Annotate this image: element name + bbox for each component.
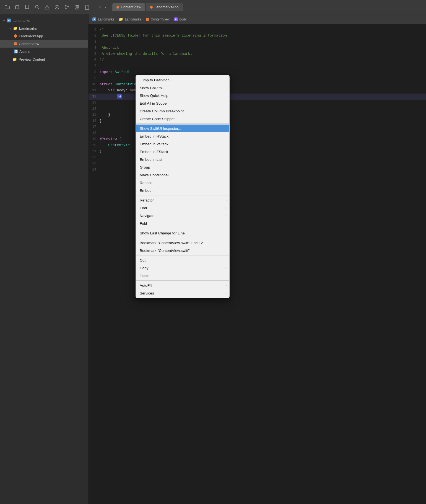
sidebar-item-assets[interactable]: Assets <box>0 48 88 55</box>
folder-icon[interactable] <box>3 3 11 11</box>
svg-rect-9 <box>77 7 79 9</box>
menu-item-paste[interactable]: Paste <box>136 272 229 280</box>
submenu-arrow-refactor: › <box>225 198 227 202</box>
menu-item-embed-vstack-label: Embed in VStack <box>140 142 168 146</box>
code-content-8: import SwiftUI <box>100 69 130 75</box>
menu-item-embed-vstack[interactable]: Embed in VStack <box>136 140 229 148</box>
tab-bar: ContentView LandmarksApp <box>112 3 423 11</box>
shapes-icon[interactable] <box>73 3 81 11</box>
warning-icon[interactable]: ! <box>43 3 51 11</box>
code-line-5: 5 A view showing the details for a landm… <box>89 51 426 57</box>
menu-item-bookmark-file[interactable]: Bookmark "ContentView.swift" <box>136 247 229 254</box>
badge-icon[interactable] <box>53 3 61 11</box>
menu-item-autofill[interactable]: AutoFill › <box>136 281 229 289</box>
landmarks-project-icon: A <box>92 17 96 21</box>
menu-item-embed[interactable]: Embed... <box>136 187 229 194</box>
menu-separator-2 <box>136 195 229 195</box>
sidebar-landmarksapp-label: LandmarksApp <box>19 34 43 38</box>
line-num-5: 5 <box>89 51 100 57</box>
menu-item-jump-to-definition[interactable]: Jump to Definition <box>136 76 229 84</box>
menu-item-services[interactable]: Services › <box>136 289 229 297</box>
code-line-8: 8 import SwiftUI <box>89 69 426 75</box>
git-icon[interactable] <box>63 3 71 11</box>
bookmark-icon[interactable] <box>23 3 31 11</box>
menu-item-show-callers[interactable]: Show Callers... <box>136 84 229 92</box>
menu-item-show-callers-label: Show Callers... <box>140 86 165 90</box>
line-num-14: 14 <box>89 106 100 112</box>
folder-icon-sidebar: 📁 <box>13 26 17 30</box>
sidebar-item-landmarks-project[interactable]: ▾ A Landmarks <box>0 17 88 24</box>
menu-item-copy[interactable]: Copy › <box>136 264 229 272</box>
stop-icon[interactable] <box>13 3 21 11</box>
tab-landmarksapp-label: LandmarksApp <box>154 5 178 9</box>
svg-point-4 <box>65 5 66 6</box>
menu-item-refactor[interactable]: Refactor › <box>136 196 229 204</box>
menu-item-create-code-snippet[interactable]: Create Code Snippet... <box>136 115 229 123</box>
menu-item-show-last-change[interactable]: Show Last Change for Line <box>136 229 229 237</box>
svg-point-8 <box>77 5 79 7</box>
assets-icon <box>14 50 18 53</box>
code-line-7: 7 <box>89 63 426 69</box>
tab-contentview-label: ContentView <box>121 5 141 9</box>
menu-item-copy-label: Copy <box>140 266 149 270</box>
code-line-4: 4 Abstract: <box>89 45 426 51</box>
svg-rect-13 <box>16 52 17 53</box>
code-line-1: 1 /* <box>89 27 426 33</box>
code-content-6: */ <box>100 57 104 63</box>
code-content-7 <box>100 63 102 69</box>
menu-item-refactor-label: Refactor <box>140 198 154 202</box>
breadcrumb-landmarks-folder[interactable]: Landmarks <box>125 17 141 21</box>
breadcrumb-sep2: › <box>143 17 144 21</box>
menu-item-make-conditional[interactable]: Make Conditional <box>136 171 229 179</box>
code-content-9 <box>100 75 102 81</box>
sidebar-item-preview-content[interactable]: › 📁 Preview Content <box>0 55 88 63</box>
menu-item-find[interactable]: Find › <box>136 204 229 212</box>
swift-icon-sidebar <box>14 34 17 38</box>
code-content-12: Te <box>100 94 122 100</box>
chevron-right-icon: › <box>9 58 10 61</box>
chevron-down-icon: ▾ <box>3 19 5 22</box>
tab-landmarksapp[interactable]: LandmarksApp <box>146 3 183 11</box>
line-num-20: 20 <box>89 142 100 148</box>
menu-item-navigate[interactable]: Navigate › <box>136 212 229 219</box>
menu-item-create-column-breakpoint[interactable]: Create Column Breakpoint <box>136 107 229 115</box>
menu-item-repeat[interactable]: Repeat <box>136 179 229 187</box>
search-icon[interactable] <box>33 3 41 11</box>
menu-item-cut-label: Cut <box>140 258 146 262</box>
menu-item-show-quick-help[interactable]: Show Quick Help <box>136 92 229 99</box>
sidebar-item-landmarks-folder[interactable]: ▾ 📁 Landmarks <box>0 24 88 32</box>
menu-item-group[interactable]: Group <box>136 163 229 171</box>
breadcrumb-landmarks-project[interactable]: Landmarks <box>98 17 114 21</box>
menu-item-show-swiftui-inspector[interactable]: Show SwiftUI Inspector... <box>136 125 229 132</box>
svg-rect-7 <box>75 5 77 7</box>
menu-item-cut[interactable]: Cut <box>136 256 229 264</box>
line-num-9: 9 <box>89 75 100 81</box>
menu-item-show-quick-help-label: Show Quick Help <box>140 94 168 98</box>
document-icon[interactable] <box>83 3 91 11</box>
line-num-17: 17 <box>89 124 100 130</box>
line-num-19: 19 <box>89 136 100 142</box>
line-num-21: 21 <box>89 148 100 154</box>
menu-item-bookmark-line[interactable]: Bookmark "ContentView.swift" Line 12 <box>136 239 229 247</box>
menu-item-autofill-label: AutoFill <box>140 283 152 288</box>
tab-contentview[interactable]: ContentView <box>112 3 145 11</box>
menu-item-embed-zstack[interactable]: Embed in ZStack <box>136 148 229 156</box>
menu-item-jump-to-definition-label: Jump to Definition <box>140 78 170 82</box>
sidebar-item-landmarksapp[interactable]: LandmarksApp <box>0 32 88 40</box>
line-num-4: 4 <box>89 45 100 51</box>
menu-item-embed-hstack[interactable]: Embed in HStack <box>136 132 229 140</box>
nav-back-button[interactable]: ‹ <box>98 4 102 11</box>
svg-rect-10 <box>15 50 16 51</box>
folder-icon-breadcrumb: 📁 <box>119 17 123 21</box>
sidebar-item-contentview[interactable]: ContentView <box>0 40 88 48</box>
breadcrumb-contentview[interactable]: ContentView <box>151 17 170 21</box>
folder-icon-sidebar-2: 📁 <box>12 57 17 61</box>
breadcrumb-body[interactable]: body <box>180 17 187 21</box>
menu-item-fold[interactable]: Fold <box>136 219 229 227</box>
menu-item-embed-zstack-label: Embed in ZStack <box>140 150 168 154</box>
menu-item-edit-all-scope[interactable]: Edit All in Scope <box>136 99 229 107</box>
line-num-16: 16 <box>89 118 100 124</box>
menu-item-embed-list[interactable]: Embed in List <box>136 156 229 163</box>
sidebar-landmarks-folder-label: Landmarks <box>19 26 37 30</box>
nav-forward-button[interactable]: › <box>103 4 108 11</box>
